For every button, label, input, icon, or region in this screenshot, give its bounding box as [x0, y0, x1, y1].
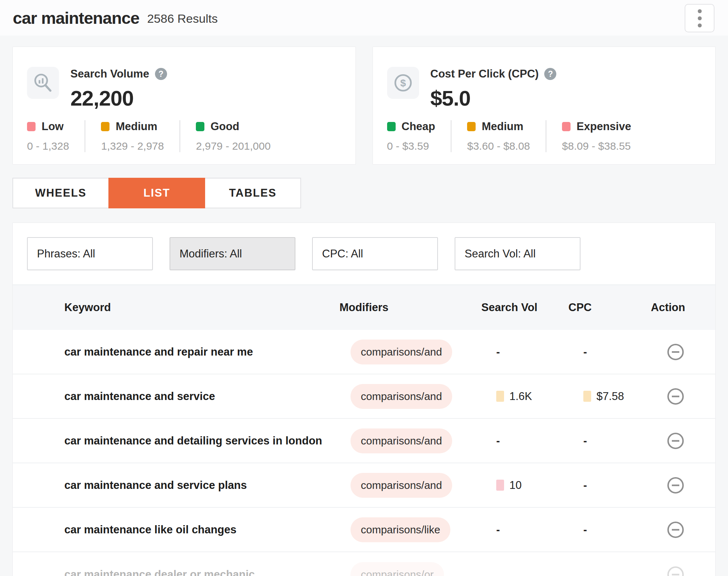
table-row: car maintenance and repair near me compa…	[13, 330, 715, 374]
cpc-title: Cost Per Click (CPC)	[430, 68, 539, 80]
keyword-text: car maintenance like oil changes	[64, 523, 236, 536]
col-header-search-vol: Search Vol	[481, 301, 537, 314]
tab-tables[interactable]: TABLES	[204, 178, 301, 208]
legend-label: Good	[210, 120, 239, 133]
legend-label: Cheap	[402, 120, 435, 133]
legend-item-medium: Medium 1,329 - 2,978	[85, 120, 180, 152]
svg-text:$: $	[400, 77, 406, 89]
legend-item-low: Low 0 - 1,328	[27, 120, 85, 152]
table-row: car maintenance like oil changes compari…	[13, 508, 715, 552]
cpc-value: $5.0	[430, 86, 557, 111]
minus-circle-icon	[667, 521, 684, 538]
kebab-menu-button[interactable]	[685, 4, 714, 32]
search-volume-title: Search Volume	[70, 68, 149, 80]
remove-keyword-button[interactable]	[667, 388, 684, 405]
view-tabs: WHEELS LIST TABLES	[12, 178, 300, 208]
table-row: car maintenance and detailing services i…	[13, 419, 715, 463]
medium-color-swatch	[101, 122, 109, 131]
legend-item-cheap: Cheap 0 - $3.59	[387, 120, 452, 152]
remove-keyword-button[interactable]	[667, 521, 684, 538]
col-header-cpc: CPC	[568, 301, 592, 314]
legend-range: $3.60 - $8.08	[467, 140, 530, 152]
dollar-circle-icon: $	[392, 72, 414, 94]
table-row: car maintenance and service comparisons/…	[13, 374, 715, 419]
keyword-text: car maintenance and service	[64, 390, 215, 403]
modifier-pill: comparisons/and	[350, 473, 452, 498]
legend-range: $8.09 - $38.55	[562, 140, 631, 152]
keyword-text: car maintenance dealer or mechanic	[64, 568, 255, 576]
filter-bar: Phrases: All Modifiers: All CPC: All Sea…	[13, 223, 715, 270]
modifier-pill: comparisons/or	[350, 562, 444, 576]
legend-range: 0 - 1,328	[27, 140, 69, 152]
search-volume-legend: Low 0 - 1,328 Medium 1,329 - 2,978 Good …	[27, 120, 286, 152]
modifier-pill: comparisons/and	[350, 340, 452, 364]
legend-item-good: Good 2,979 - 201,000	[180, 120, 286, 152]
cpc-card: $ Cost Per Click (CPC) ? $5.0 Cheap 0 - …	[373, 47, 716, 165]
remove-keyword-button[interactable]	[667, 566, 684, 576]
search-vol-value: -	[496, 523, 500, 536]
minus-circle-icon	[667, 432, 684, 449]
remove-keyword-button[interactable]	[667, 343, 684, 361]
kebab-dot-icon	[698, 23, 702, 27]
help-icon[interactable]: ?	[544, 68, 556, 80]
kebab-dot-icon	[698, 16, 702, 20]
low-color-swatch	[27, 122, 36, 131]
legend-label: Medium	[482, 120, 523, 133]
col-header-action: Action	[651, 301, 685, 314]
cheap-color-swatch	[387, 122, 396, 131]
tab-wheels[interactable]: WHEELS	[12, 178, 109, 208]
legend-range: 0 - $3.59	[387, 140, 435, 152]
filter-phrases[interactable]: Phrases: All	[27, 237, 153, 270]
filter-search-vol[interactable]: Search Vol: All	[455, 237, 580, 270]
legend-label: Medium	[116, 120, 157, 133]
filter-modifiers[interactable]: Modifiers: All	[170, 237, 295, 270]
col-header-keyword: Keyword	[64, 301, 111, 314]
col-header-modifiers: Modifiers	[339, 301, 389, 314]
filter-cpc[interactable]: CPC: All	[312, 237, 438, 270]
cpc-value: -	[583, 346, 587, 358]
search-vol-value: 10	[509, 479, 521, 492]
table-row: car maintenance dealer or mechanic compa…	[13, 552, 715, 576]
search-vol-value: -	[496, 434, 500, 447]
search-vol-value: -	[496, 346, 500, 358]
legend-label: Low	[42, 120, 64, 133]
page-title: car maintenance	[13, 8, 139, 28]
legend-range: 2,979 - 201,000	[196, 140, 271, 152]
volume-badge-swatch	[496, 480, 504, 491]
table-header: Keyword Modifiers Search Vol CPC Action	[13, 285, 715, 330]
search-vol-value: 1.6K	[509, 390, 532, 403]
minus-circle-icon	[667, 566, 684, 576]
minus-circle-icon	[667, 388, 684, 405]
legend-label: Expensive	[577, 120, 631, 133]
tab-list[interactable]: LIST	[108, 178, 205, 208]
minus-circle-icon	[667, 343, 684, 361]
top-bar: car maintenance 2586 Results	[0, 0, 728, 36]
cpc-badge-swatch	[583, 391, 591, 402]
volume-badge-swatch	[496, 391, 504, 402]
modifier-pill: comparisons/like	[350, 517, 450, 542]
keyword-text: car maintenance and detailing services i…	[64, 434, 322, 447]
legend-item-expensive: Expensive $8.09 - $38.55	[546, 120, 647, 152]
good-color-swatch	[196, 122, 204, 131]
cpc-value: -	[583, 434, 587, 447]
cpc-legend: Cheap 0 - $3.59 Medium $3.60 - $8.08 Exp…	[387, 120, 647, 152]
modifier-pill: comparisons/and	[350, 428, 452, 453]
modifier-pill: comparisons/and	[350, 384, 452, 409]
legend-range: 1,329 - 2,978	[101, 140, 164, 152]
minus-circle-icon	[667, 476, 684, 494]
table-row: car maintenance and service plans compar…	[13, 463, 715, 508]
cpc-value: -	[583, 523, 587, 536]
remove-keyword-button[interactable]	[667, 476, 684, 494]
remove-keyword-button[interactable]	[667, 432, 684, 449]
results-count: 2586 Results	[147, 12, 218, 26]
keyword-list-panel: Phrases: All Modifiers: All CPC: All Sea…	[12, 223, 716, 576]
search-volume-value: 22,200	[70, 86, 167, 111]
cpc-value: -	[583, 479, 587, 492]
stat-cards: Search Volume ? 22,200 Low 0 - 1,328 Med…	[12, 47, 716, 165]
legend-item-medium: Medium $3.60 - $8.08	[451, 120, 546, 152]
medium-color-swatch	[467, 122, 476, 131]
expensive-color-swatch	[562, 122, 571, 131]
cpc-value: $7.58	[596, 390, 624, 403]
help-icon[interactable]: ?	[155, 68, 167, 80]
search-volume-card: Search Volume ? 22,200 Low 0 - 1,328 Med…	[12, 47, 356, 165]
